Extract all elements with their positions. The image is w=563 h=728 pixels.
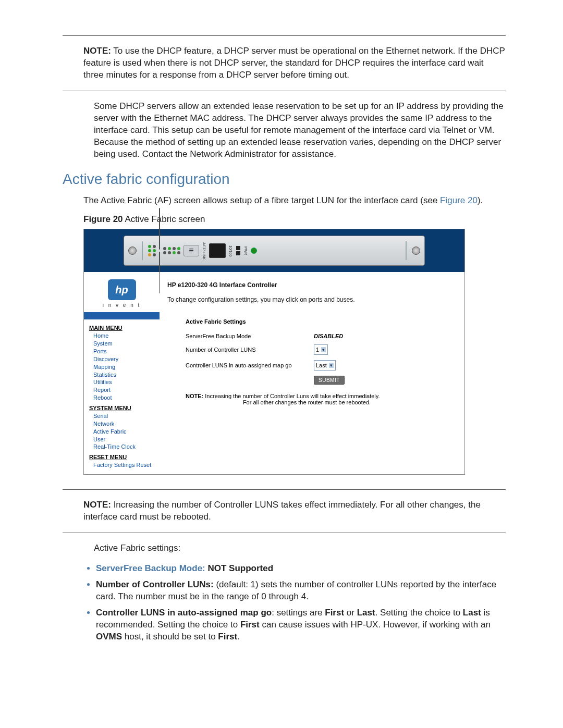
- label-num-luns: Number of Controller LUNS: [186, 347, 305, 353]
- row-num-luns: Number of Controller LUNS 1 ▾: [186, 344, 454, 355]
- port-label: 10/100: [229, 245, 232, 256]
- content-note: NOTE: Increasing the number of Controlle…: [186, 393, 454, 405]
- row-serverfree: ServerFree Backup Mode DISABLED: [186, 333, 454, 339]
- led-block-mid: [163, 247, 180, 254]
- figure-20-link[interactable]: Figure 20: [440, 195, 478, 205]
- sfp-slot: [159, 208, 160, 250]
- menu-statistics[interactable]: Statistics: [93, 371, 160, 379]
- rule-after-note2: [63, 533, 506, 533]
- chevron-down-icon: ▾: [329, 363, 334, 368]
- rule-before-note2: [63, 489, 506, 490]
- invent-text: i n v e n t: [103, 302, 141, 308]
- select-auto-map-value: Last: [316, 362, 327, 368]
- system-menu-head: SYSTEM MENU: [89, 405, 160, 411]
- pwr-label: PWR: [244, 246, 248, 255]
- note-lead: NOTE:: [83, 500, 111, 510]
- bullet-serverfree: ServerFree Backup Mode: NOT Supported: [96, 563, 506, 575]
- row-auto-map: Controller LUNS in auto-assigned map go …: [186, 360, 454, 371]
- ethernet-port-icon: [209, 243, 226, 258]
- select-num-luns[interactable]: 1 ▾: [314, 344, 328, 355]
- content-panel: Active Fabric Settings ServerFree Backup…: [160, 312, 464, 474]
- note-lead: NOTE:: [83, 46, 111, 56]
- note-body: To use the DHCP feature, a DHCP server m…: [83, 46, 505, 80]
- main-menu-head: MAIN MENU: [89, 325, 160, 331]
- heading-active-fabric: Active fabric configuration: [63, 171, 506, 188]
- select-num-luns-value: 1: [316, 347, 319, 353]
- hp-logo-icon: hp: [108, 279, 136, 300]
- screw-icon: [128, 246, 137, 255]
- settings-list: ServerFree Backup Mode: NOT Supported Nu…: [83, 563, 506, 643]
- menu-rtc[interactable]: Real-Time Clock: [93, 443, 160, 451]
- hp-logo-cell: hp i n v e n t: [84, 272, 160, 312]
- reset-menu-head: RESET MENU: [89, 454, 160, 460]
- af-settings-lead: Active Fabric settings:: [94, 542, 506, 554]
- rack-front: ≡ ACT/ LINK 10/100 PWR: [124, 236, 425, 266]
- figure-caption: Figure 20 Active Fabric screen: [83, 214, 506, 226]
- content-title: Active Fabric Settings: [186, 318, 454, 325]
- menu-mapping[interactable]: Mapping: [93, 363, 160, 371]
- note-controller-luns: NOTE: Increasing the number of Controlle…: [83, 499, 506, 523]
- label-auto-map: Controller LUNS in auto-assigned map go: [186, 362, 305, 368]
- menu-system[interactable]: System: [93, 340, 160, 348]
- menu-factory-reset[interactable]: Factory Settings Reset: [93, 461, 160, 469]
- menu-reboot[interactable]: Reboot: [93, 394, 160, 402]
- power-led-icon: [251, 248, 257, 254]
- menu-home[interactable]: Home: [93, 332, 160, 340]
- menu-network[interactable]: Network: [93, 420, 160, 428]
- active-fabric-screenshot: ≡ ACT/ LINK 10/100 PWR hp i n v e n t HP…: [83, 229, 465, 475]
- port-label: ACT/ LINK: [202, 242, 206, 260]
- chevron-down-icon: ▾: [321, 347, 326, 352]
- paragraph-dhcp-lease: Some DHCP servers allow an extended leas…: [94, 101, 506, 161]
- menu-serial[interactable]: Serial: [93, 412, 160, 420]
- sidebar: MAIN MENU Home System Ports Discovery Ma…: [84, 312, 160, 474]
- sidebar-strip: [84, 312, 160, 319]
- menu-utilities[interactable]: Utilities: [93, 378, 160, 386]
- select-auto-map[interactable]: Last ▾: [314, 360, 336, 371]
- value-serverfree: DISABLED: [314, 333, 343, 339]
- paragraph-af-intro: The Active Fabric (AF) screen allows set…: [83, 195, 506, 207]
- note-dhcp: NOTE: To use the DHCP feature, a DHCP se…: [83, 45, 506, 81]
- controller-subtitle: To change configuration settings, you ma…: [167, 296, 459, 303]
- led-block-left: [148, 245, 156, 256]
- label-serverfree: ServerFree Backup Mode: [186, 333, 305, 339]
- menu-discovery[interactable]: Discovery: [93, 355, 160, 363]
- controller-title: HP e1200-320 4G Interface Controller: [167, 281, 459, 289]
- bullet-num-luns: Number of Controller LUNs: (default: 1) …: [96, 579, 506, 603]
- screw-icon: [412, 246, 420, 255]
- menu-ports[interactable]: Ports: [93, 348, 160, 355]
- hardware-banner: ≡ ACT/ LINK 10/100 PWR: [84, 229, 464, 272]
- note-body: Increasing the number of Controller LUNS…: [83, 500, 481, 522]
- figure-text: Active Fabric screen: [125, 214, 205, 224]
- menu-user[interactable]: User: [93, 436, 160, 443]
- chip-icon: ≡: [183, 245, 199, 256]
- rule-top: [63, 35, 506, 36]
- figure-lead: Figure 20: [83, 214, 123, 224]
- rule-after-note1: [63, 91, 506, 91]
- bullet-auto-map: Controller LUNS in auto-assigned map go:…: [96, 607, 506, 643]
- menu-active-fabric[interactable]: Active Fabric: [93, 428, 160, 436]
- submit-button[interactable]: SUBMIT: [314, 376, 345, 385]
- menu-report[interactable]: Report: [93, 386, 160, 394]
